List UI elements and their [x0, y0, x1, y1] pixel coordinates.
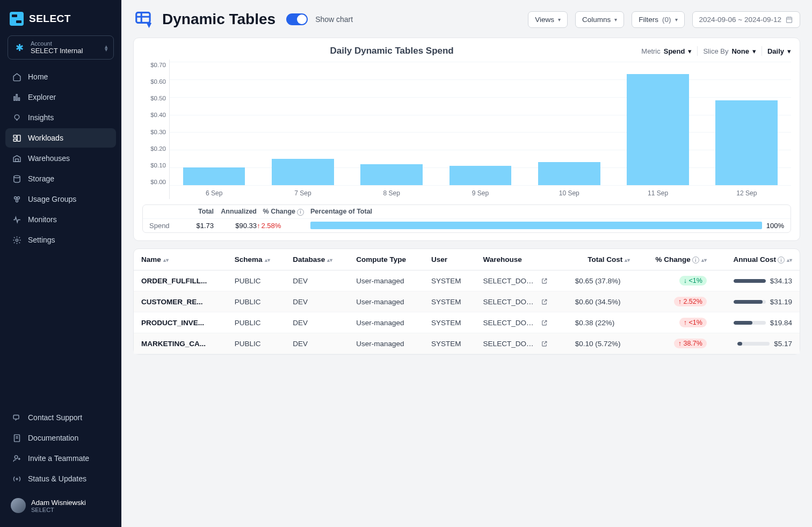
- x-label: 8 Sep: [347, 189, 436, 197]
- th-schema[interactable]: Schema▴▾: [227, 249, 285, 270]
- x-label: 6 Sep: [170, 189, 258, 197]
- sidebar: SELECT ✱ Account SELECT Internal ▴▾ Home…: [0, 0, 121, 527]
- annual-value: $34.13: [770, 277, 792, 285]
- total-cost-cell: $0.60 (34.5%): [568, 291, 637, 312]
- external-link-icon[interactable]: [541, 277, 548, 284]
- user-cell: SYSTEM: [424, 312, 476, 333]
- external-link-icon[interactable]: [541, 319, 548, 326]
- filters-count: (0): [662, 16, 671, 24]
- bar[interactable]: [627, 74, 689, 185]
- summary-table: Total Annualized % Changei Percentage of…: [142, 204, 791, 233]
- th-change[interactable]: % Changei▴▾: [637, 249, 714, 270]
- data-table: Name▴▾ Schema▴▾ Database▴▾ Compute Type …: [134, 249, 800, 355]
- nav-usage-groups[interactable]: Usage Groups: [5, 189, 116, 209]
- svg-rect-4: [13, 135, 17, 137]
- bar[interactable]: [538, 162, 600, 185]
- date-range-button[interactable]: 2024-09-06 ~ 2024-09-12: [692, 11, 801, 28]
- broadcast-icon: [12, 474, 21, 484]
- bar[interactable]: [360, 164, 423, 185]
- nav-documentation[interactable]: Documentation: [5, 428, 116, 448]
- nav-monitors[interactable]: Monitors: [5, 210, 116, 229]
- svg-point-16: [16, 478, 18, 480]
- sort-icon: ▴▾: [163, 259, 169, 261]
- info-icon[interactable]: i: [692, 257, 699, 264]
- home-icon: [12, 72, 21, 82]
- logo[interactable]: SELECT: [5, 10, 116, 35]
- nav-label: Status & Updates: [28, 474, 86, 483]
- gear-icon: [12, 235, 21, 245]
- metric-select[interactable]: MetricSpend▾: [641, 47, 692, 55]
- bar[interactable]: [183, 167, 245, 185]
- user-menu[interactable]: Adam Wisniewski SELECT: [5, 494, 116, 517]
- name-cell: CUSTOMER_RE...: [141, 298, 211, 306]
- th-total-cost[interactable]: Total Cost▴▾: [568, 249, 637, 270]
- nav-contact-support[interactable]: Contact Support: [5, 408, 116, 427]
- doc-icon: [12, 433, 21, 443]
- info-icon[interactable]: i: [778, 257, 785, 264]
- nav-warehouses[interactable]: Warehouses: [5, 149, 116, 168]
- chevron-down-icon: ▾: [675, 17, 678, 23]
- external-link-icon[interactable]: [541, 340, 548, 347]
- sort-icon: ▴▾: [327, 259, 332, 261]
- th-annual[interactable]: Annual Costi▴▾: [714, 249, 800, 270]
- chevron-down-icon: ▾: [688, 47, 692, 55]
- avatar: [11, 498, 26, 513]
- svg-point-8: [13, 175, 19, 178]
- schema-cell: PUBLIC: [227, 333, 285, 354]
- th-compute[interactable]: Compute Type: [349, 249, 424, 270]
- bar[interactable]: [450, 166, 512, 185]
- date-range-text: 2024-09-06 ~ 2024-09-12: [699, 16, 782, 24]
- compute-cell: User-managed: [349, 333, 424, 354]
- table-row[interactable]: CUSTOMER_RE... PUBLIC DEV User-managed S…: [134, 291, 800, 312]
- nav-settings[interactable]: Settings: [5, 230, 116, 250]
- nav-label: Monitors: [28, 215, 57, 224]
- account-switcher[interactable]: ✱ Account SELECT Internal ▴▾: [8, 35, 114, 60]
- nav-label: Usage Groups: [28, 195, 76, 203]
- th-warehouse[interactable]: Warehouse: [476, 249, 568, 270]
- th-user[interactable]: User: [424, 249, 476, 270]
- table-row[interactable]: PRODUCT_INVE... PUBLIC DEV User-managed …: [134, 312, 800, 333]
- btn-label: Columns: [582, 16, 611, 24]
- table-row[interactable]: ORDER_FULFILL... PUBLIC DEV User-managed…: [134, 270, 800, 291]
- svg-rect-18: [787, 17, 792, 23]
- views-button[interactable]: Views▾: [528, 11, 568, 28]
- warehouse-cell: SELECT_DOGF...: [483, 319, 538, 327]
- bar[interactable]: [272, 159, 334, 185]
- x-label: 7 Sep: [258, 189, 347, 197]
- name-cell: MARKETING_CA...: [141, 340, 211, 348]
- nav-explorer[interactable]: Explorer: [5, 87, 116, 107]
- external-link-icon[interactable]: [541, 298, 548, 305]
- period-select[interactable]: Daily▾: [767, 47, 791, 55]
- nav-storage[interactable]: Storage: [5, 169, 116, 188]
- schema-cell: PUBLIC: [227, 270, 285, 291]
- bar[interactable]: [715, 100, 778, 185]
- calendar-icon: [785, 16, 793, 24]
- nav-label: Workloads: [28, 134, 63, 142]
- filters-button[interactable]: Filters(0)▾: [632, 11, 684, 28]
- th-name[interactable]: Name▴▾: [134, 249, 227, 270]
- th-database[interactable]: Database▴▾: [285, 249, 349, 270]
- total-cost-cell: $0.65 (37.8%): [568, 270, 637, 291]
- nav-home[interactable]: Home: [5, 67, 116, 86]
- account-name: SELECT Internal: [31, 47, 83, 55]
- info-icon[interactable]: i: [297, 209, 304, 216]
- x-label: 11 Sep: [613, 189, 702, 197]
- table-row[interactable]: MARKETING_CA... PUBLIC DEV User-managed …: [134, 333, 800, 354]
- main-content: Dynamic Tables Show chart Views▾ Columns…: [121, 0, 812, 527]
- nav-status[interactable]: Status & Updates: [5, 469, 116, 488]
- nav-label: Warehouses: [28, 154, 70, 163]
- nav-insights[interactable]: Insights: [5, 108, 116, 127]
- columns-button[interactable]: Columns▾: [575, 11, 624, 28]
- th-total: Total: [182, 208, 214, 216]
- sort-icon: ▴▾: [701, 259, 707, 261]
- show-chart-toggle[interactable]: [286, 13, 308, 25]
- nav-invite[interactable]: Invite a Teammate: [5, 449, 116, 468]
- change-badge: ↑ 2.52%: [674, 297, 707, 306]
- nav-label: Invite a Teammate: [28, 454, 89, 463]
- nav-workloads[interactable]: Workloads: [5, 128, 116, 148]
- nav-label: Contact Support: [28, 413, 82, 422]
- slice-by-select[interactable]: Slice ByNone▾: [703, 47, 756, 55]
- x-label: 10 Sep: [525, 189, 613, 197]
- compute-cell: User-managed: [349, 312, 424, 333]
- nav-label: Home: [28, 72, 48, 81]
